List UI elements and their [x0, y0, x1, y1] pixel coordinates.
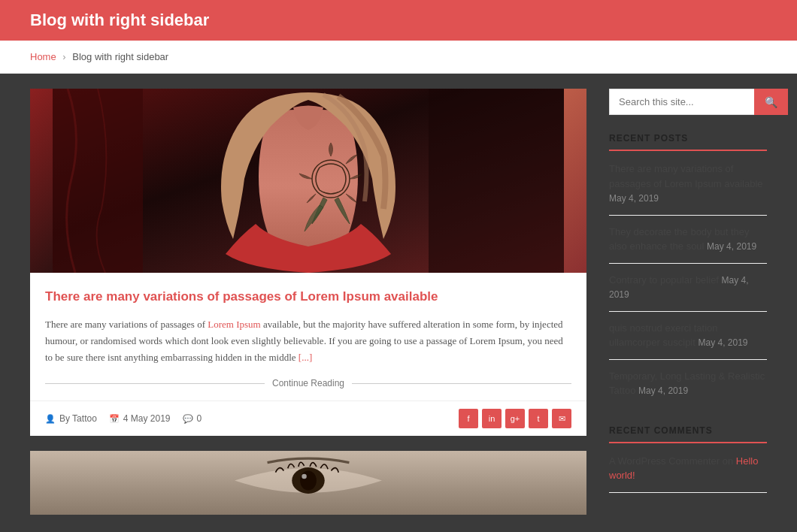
- post-excerpt: There are many variations of passages of…: [45, 316, 571, 366]
- search-box: 🔍: [609, 89, 767, 115]
- post-title-link[interactable]: There are many variations of passages of…: [45, 289, 438, 304]
- svg-point-7: [302, 474, 307, 479]
- breadcrumb: Home › Blog with right sidebar: [0, 41, 797, 74]
- search-button[interactable]: 🔍: [754, 89, 788, 115]
- comments-label: 0: [197, 413, 202, 424]
- recent-comments-section: RECENT COMMENTS A WordPress Commenter on…: [609, 425, 767, 493]
- recent-post-item-1: There are many variations of passages of…: [609, 162, 767, 216]
- recent-post-item-4: quis nostrud exerci tation ullamcorper s…: [609, 321, 767, 360]
- post-meta: 👤 By Tattoo 📅 4 May 2019 💬 0: [30, 401, 586, 436]
- date-label: 4 May 2019: [123, 413, 171, 424]
- recent-post-link-3[interactable]: Contrary to popular belief: [609, 274, 719, 286]
- email-share-button[interactable]: ✉: [552, 409, 571, 428]
- author-icon: 👤: [45, 414, 56, 424]
- googleplus-share-button[interactable]: g+: [505, 409, 525, 428]
- facebook-share-button[interactable]: f: [459, 409, 478, 428]
- recent-comments-title: RECENT COMMENTS: [609, 425, 767, 443]
- excerpt-text-1: There are many variations of passages of: [45, 319, 208, 330]
- sidebar: 🔍 RECENT POSTS There are many variations…: [609, 89, 767, 530]
- post-card-1: There are many variations of passages of…: [30, 89, 586, 436]
- recent-post-item-2: They decorate the body but they also enh…: [609, 225, 767, 264]
- recent-post-item-3: Contrary to popular belief May 4, 2019: [609, 273, 767, 312]
- main-column: There are many variations of passages of…: [30, 89, 586, 530]
- continue-line-right: [352, 383, 571, 384]
- post-2-featured-image: [30, 451, 586, 515]
- site-header: Blog with right sidebar: [0, 0, 797, 41]
- site-title: Blog with right sidebar: [30, 11, 767, 30]
- author-label: By Tattoo: [59, 413, 97, 424]
- meta-comments: 💬 0: [183, 413, 202, 424]
- read-more-link[interactable]: [...]: [298, 352, 312, 363]
- post-card-2: [30, 451, 586, 515]
- comment-action: on: [723, 455, 736, 467]
- svg-point-6: [300, 471, 317, 491]
- recent-posts-section: RECENT POSTS There are many variations o…: [609, 133, 767, 407]
- lorem-ipsum-link[interactable]: Lorem Ipsum: [208, 319, 260, 330]
- recent-comment-item-1: A WordPress Commenter on Hello world!: [609, 454, 767, 493]
- social-icons: f in g+ t ✉: [459, 409, 571, 428]
- svg-rect-3: [429, 89, 564, 273]
- post-body: There are many variations of passages of…: [30, 273, 586, 388]
- content-area: There are many variations of passages of…: [0, 74, 797, 532]
- linkedin-share-button[interactable]: in: [482, 409, 502, 428]
- recent-post-date-5: May 4, 2019: [638, 385, 688, 396]
- post-2-image-svg: [30, 451, 586, 515]
- breadcrumb-home[interactable]: Home: [30, 51, 56, 62]
- meta-author: 👤 By Tattoo: [45, 413, 97, 424]
- recent-post-link-1[interactable]: There are many variations of passages of…: [609, 163, 763, 189]
- recent-post-item-5: Temporary, Long Lasting & Realistic Tatt…: [609, 369, 767, 407]
- continue-line-left: [45, 383, 265, 384]
- post-image-svg: [30, 89, 586, 273]
- continue-reading-bar: Continue Reading: [45, 378, 571, 388]
- search-input[interactable]: [609, 89, 754, 115]
- commenter-name: A WordPress Commenter: [609, 455, 720, 467]
- recent-post-date-4: May 4, 2019: [699, 337, 748, 348]
- meta-date: 📅 4 May 2019: [109, 413, 171, 424]
- recent-post-date-1: May 4, 2019: [609, 193, 659, 204]
- recent-post-date-2: May 4, 2019: [707, 241, 756, 252]
- breadcrumb-separator: ›: [62, 51, 65, 62]
- post-featured-image: [30, 89, 586, 273]
- recent-posts-title: RECENT POSTS: [609, 133, 767, 151]
- twitter-share-button[interactable]: t: [529, 409, 548, 428]
- calendar-icon: 📅: [109, 414, 120, 424]
- meta-left: 👤 By Tattoo 📅 4 May 2019 💬 0: [45, 413, 202, 424]
- breadcrumb-current: Blog with right sidebar: [72, 51, 168, 62]
- post-title: There are many variations of passages of…: [45, 288, 571, 306]
- continue-reading-label: Continue Reading: [272, 378, 344, 388]
- comment-icon: 💬: [183, 414, 193, 424]
